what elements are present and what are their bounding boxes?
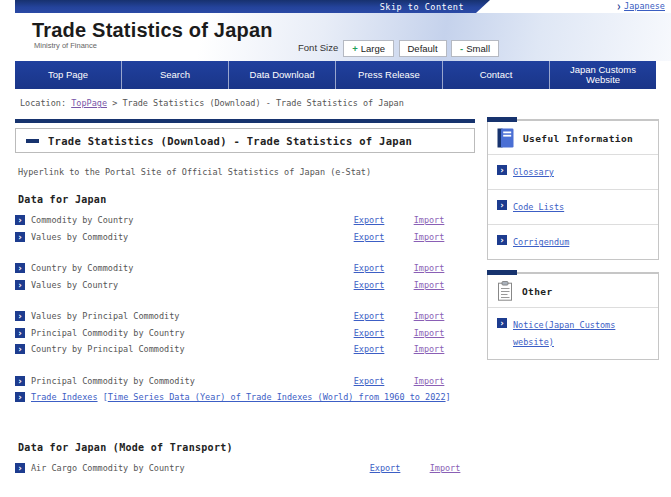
row-label: Principal Commodity by Country [31, 328, 339, 338]
main-nav: Top Page Search Data Download Press Rele… [15, 61, 656, 89]
nav-item[interactable]: Top Page [15, 61, 121, 89]
arrow-right-icon [15, 392, 25, 402]
nav-item[interactable]: Japan Customs Website [549, 61, 656, 89]
breadcrumb-home-link[interactable]: TopPage [71, 98, 107, 108]
import-link[interactable]: Import [414, 311, 445, 321]
import-link[interactable]: Import [430, 463, 461, 473]
data-row: Principal Commodity by Country Export Im… [15, 325, 459, 342]
row-group: Commodity by Country Export Import Value… [15, 212, 459, 245]
sidebar-link[interactable]: Notice(Japan Customs website) [513, 317, 649, 349]
time-series-link[interactable]: Time Series Data (Year) of Trade Indexes… [108, 392, 446, 402]
font-size-button-label: Default [408, 43, 438, 54]
bracket-open: [ [98, 392, 108, 402]
page-title: Trade Statistics (Download) - Trade Stat… [48, 135, 412, 147]
clipboard-icon [497, 281, 513, 301]
breadcrumb-separator: > [112, 98, 117, 108]
arrow-right-icon [15, 344, 25, 354]
arrow-right-icon [15, 328, 25, 338]
sidebar-box: Other Notice(Japan Customs website) [487, 272, 659, 359]
skip-to-content-link[interactable]: Skip to Content [380, 2, 464, 12]
site-subtitle: Ministry of Finance [34, 41, 273, 50]
font-size-label: Font Size [298, 42, 338, 53]
data-row: Country by Principal Commodity Export Im… [15, 341, 459, 358]
font-size-button[interactable]: -Small [451, 40, 499, 57]
japanese-link[interactable]: Japanese [624, 1, 665, 11]
sidebar-link[interactable]: Code Lists [513, 199, 564, 215]
export-link[interactable]: Export [354, 328, 385, 338]
skip-bar: Skip to Content [15, 0, 490, 13]
arrow-right-icon [15, 311, 25, 321]
nav-item[interactable]: Contact [442, 61, 549, 89]
sidebar-link-item: Notice(Japan Customs website) [488, 308, 658, 358]
top-strip: Skip to Content Japanese [0, 0, 671, 13]
clipboard-icon [497, 281, 513, 301]
row-label: Values by Country [31, 280, 339, 290]
row-groups: Commodity by Country Export Import Value… [15, 212, 475, 406]
nav-item[interactable]: Data Download [228, 61, 335, 89]
page-heading-box: Trade Statistics (Download) - Trade Stat… [15, 128, 475, 153]
row-label: Country by Commodity [31, 263, 339, 273]
export-link[interactable]: Export [354, 376, 385, 386]
font-size-button-label: Small [466, 43, 490, 54]
nav-item[interactable]: Press Release [335, 61, 442, 89]
export-link[interactable]: Export [354, 311, 385, 321]
sidebar-link-item: Corrigendum [488, 225, 658, 259]
bracket-close: ] [446, 392, 451, 402]
sidebar-box-body: Glossary Code Lists Corrigendum [488, 155, 658, 259]
export-link[interactable]: Export [354, 215, 385, 225]
import-link[interactable]: Import [414, 215, 445, 225]
nav-item-label: Search [160, 70, 190, 80]
data-row: Values by Principal Commodity Export Imp… [15, 308, 459, 325]
intro-text: Hyperlink to the Portal Site of Official… [18, 167, 475, 177]
sections: Data for Japan Commodity by Country Expo… [15, 194, 475, 476]
breadcrumb-current: Trade Statistics (Download) - Trade Stat… [122, 98, 403, 108]
arrow-right-icon [15, 215, 25, 225]
row-group: Country by Commodity Export Import Value… [15, 260, 459, 293]
export-link[interactable]: Export [354, 344, 385, 354]
sidebar-link[interactable]: Corrigendum [513, 234, 569, 250]
export-link[interactable]: Export [354, 232, 385, 242]
trade-indexes-link[interactable]: Trade Indexes [31, 392, 98, 402]
breadcrumb: Location: TopPage > Trade Statistics (Do… [20, 98, 671, 108]
import-link[interactable]: Import [414, 328, 445, 338]
nav-item-label: Data Download [250, 70, 315, 80]
site-brand: Trade Statistics of Japan Ministry of Fi… [32, 19, 273, 50]
row-links: Trade Indexes [Time Series Data (Year) o… [31, 392, 459, 402]
data-row: Values by Commodity Export Import [15, 229, 459, 246]
heading-accent-bar [15, 119, 475, 123]
breadcrumb-prefix: Location: [20, 98, 66, 108]
content: Trade Statistics (Download) - Trade Stat… [15, 119, 671, 476]
data-row: Values by Country Export Import [15, 277, 459, 294]
sidebar-box-body: Notice(Japan Customs website) [488, 308, 658, 358]
section-heading: Data for Japan (Mode of Transport) [18, 442, 475, 453]
row-group: Principal Commodity by Commodity Export … [15, 373, 459, 406]
dash-icon [26, 139, 39, 143]
export-link[interactable]: Export [370, 463, 401, 473]
font-size-button[interactable]: +Large [343, 40, 394, 57]
row-group: Values by Principal Commodity Export Imp… [15, 308, 459, 358]
export-link[interactable]: Export [354, 280, 385, 290]
nav-item-label: Contact [480, 70, 513, 80]
import-link[interactable]: Import [414, 263, 445, 273]
data-section: Data for Japan (Mode of Transport) Air C… [15, 442, 475, 477]
import-link[interactable]: Import [414, 376, 445, 386]
import-link[interactable]: Import [414, 280, 445, 290]
row-label: Values by Principal Commodity [31, 311, 339, 321]
font-size-buttons: +Large Default -Small [343, 38, 499, 57]
arrow-right-icon [15, 280, 25, 290]
data-row: Commodity by Country Export Import [15, 212, 459, 229]
nav-item[interactable]: Search [121, 61, 228, 89]
import-link[interactable]: Import [414, 232, 445, 242]
import-link[interactable]: Import [414, 344, 445, 354]
row-label: Commodity by Country [31, 215, 339, 225]
font-size-button[interactable]: Default [399, 40, 447, 57]
font-size-controls: Font Size +Large Default -Small [298, 38, 499, 57]
export-link[interactable]: Export [354, 263, 385, 273]
font-size-sign: + [352, 43, 358, 54]
sidebar-link[interactable]: Glossary [513, 164, 554, 180]
nav-item-label: Japan Customs Website [556, 65, 650, 86]
row-label: Air Cargo Commodity by Country [31, 463, 355, 473]
arrow-right-icon [497, 235, 507, 245]
font-size-sign: - [460, 43, 463, 54]
arrow-right-icon [15, 232, 25, 242]
